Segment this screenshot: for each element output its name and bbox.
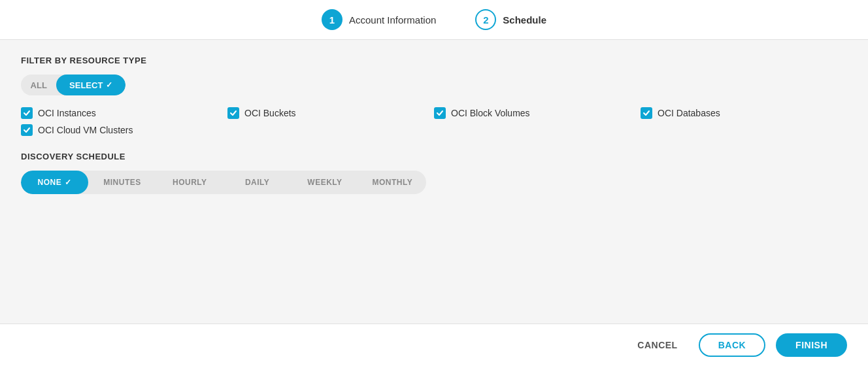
step-1: 1 Account Information [322,9,436,30]
sched-none-check-icon: ✓ [65,178,72,187]
footer: CANCEL BACK FINISH [0,324,868,366]
filter-toggle[interactable]: ALL SELECT ✓ [21,75,125,95]
toggle-all-button[interactable]: ALL [21,75,56,95]
resource-checkbox-row2: OCI Cloud VM Clusters [21,124,847,136]
checkbox-oci-buckets[interactable]: OCI Buckets [227,107,434,119]
checkbox-oci-cloud-vm-label: OCI Cloud VM Clusters [38,125,133,135]
sched-none-label: NONE [38,178,62,187]
checkbox-oci-block-volumes-label: OCI Block Volumes [451,108,530,118]
sched-minutes-button[interactable]: MINUTES [88,171,156,194]
schedule-toggle-bar: NONE ✓ MINUTES HOURLY DAILY WEEKLY MONTH… [21,171,426,194]
back-button[interactable]: BACK [699,333,765,357]
checkbox-oci-block-volumes[interactable]: OCI Block Volumes [434,107,641,119]
sched-monthly-button[interactable]: MONTHLY [359,171,426,194]
checkbox-oci-cloud-vm-box [21,124,33,136]
step-1-label: Account Information [349,14,436,25]
step-1-number: 1 [329,14,335,25]
checkbox-oci-databases-box [641,107,652,119]
sched-hourly-button[interactable]: HOURLY [156,171,224,194]
step-2-circle: 2 [475,9,496,30]
resource-checkbox-grid: OCI Instances OCI Buckets OCI Block Volu… [21,107,847,119]
checkbox-oci-buckets-box [227,107,239,119]
step-1-circle: 1 [322,9,342,30]
checkbox-oci-buckets-label: OCI Buckets [244,108,296,118]
checkbox-oci-databases[interactable]: OCI Databases [641,107,847,119]
schedule-section-title: DISCOVERY SCHEDULE [21,152,847,161]
main-content: FILTER BY RESOURCE TYPE ALL SELECT ✓ OCI… [0,40,868,324]
sched-daily-button[interactable]: DAILY [224,171,291,194]
select-label: SELECT [69,80,103,90]
checkbox-oci-cloud-vm[interactable]: OCI Cloud VM Clusters [21,124,133,136]
toggle-select-button[interactable]: SELECT ✓ [56,75,125,95]
cancel-button[interactable]: CANCEL [627,333,688,357]
filter-section-title: FILTER BY RESOURCE TYPE [21,56,847,65]
wizard-header: 1 Account Information 2 Schedule [0,0,868,40]
finish-button[interactable]: FINISH [776,333,847,357]
step-2-number: 2 [483,14,488,25]
checkbox-oci-block-volumes-box [434,107,446,119]
checkbox-oci-instances[interactable]: OCI Instances [21,107,227,119]
select-check-icon: ✓ [106,80,112,90]
checkbox-oci-instances-label: OCI Instances [38,108,96,118]
checkbox-oci-instances-box [21,107,33,119]
sched-weekly-button[interactable]: WEEKLY [291,171,358,194]
schedule-section: DISCOVERY SCHEDULE NONE ✓ MINUTES HOURLY… [21,152,847,194]
step-2: 2 Schedule [475,9,546,30]
step-2-label: Schedule [503,14,546,25]
checkbox-oci-databases-label: OCI Databases [658,108,720,118]
sched-none-button[interactable]: NONE ✓ [21,171,88,194]
